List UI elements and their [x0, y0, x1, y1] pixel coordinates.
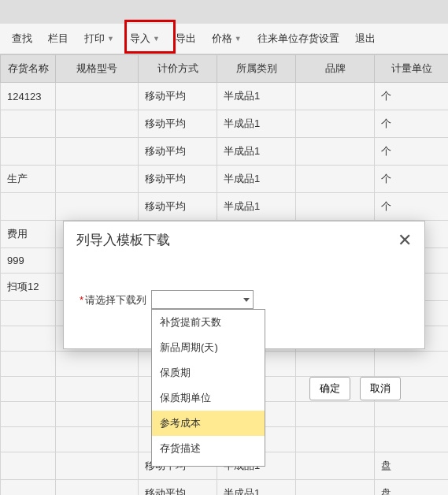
column-select[interactable]: [151, 290, 254, 309]
modal-body: *请选择下载列 补货提前天数新品周期(天)保质期保质期单位参考成本存货描述猜一猜…: [64, 259, 424, 348]
dropdown-option[interactable]: 新品周期(天): [152, 335, 265, 360]
dropdown-option[interactable]: 参考成本: [152, 411, 265, 436]
close-icon[interactable]: ✕: [398, 232, 412, 249]
modal-title: 列导入模板下载: [76, 231, 170, 249]
dropdown-option[interactable]: 保质期单位: [152, 385, 265, 411]
dropdown-option[interactable]: 存货描述: [152, 436, 265, 461]
field-label: *请选择下载列: [80, 293, 146, 307]
ok-button[interactable]: 确定: [309, 377, 350, 400]
modal-header: 列导入模板下载 ✕: [64, 221, 424, 259]
dropdown-option[interactable]: 补货提前天数: [152, 310, 265, 335]
dropdown-option[interactable]: 保质期: [152, 360, 265, 385]
import-template-modal: 列导入模板下载 ✕ *请选择下载列 补货提前天数新品周期(天)保质期保质期单位参…: [63, 221, 425, 349]
dropdown-option[interactable]: 猜一猜: [152, 461, 265, 467]
cancel-button[interactable]: 取消: [360, 377, 401, 400]
column-dropdown[interactable]: 补货提前天数新品周期(天)保质期保质期单位参考成本存货描述猜一猜: [151, 309, 265, 467]
